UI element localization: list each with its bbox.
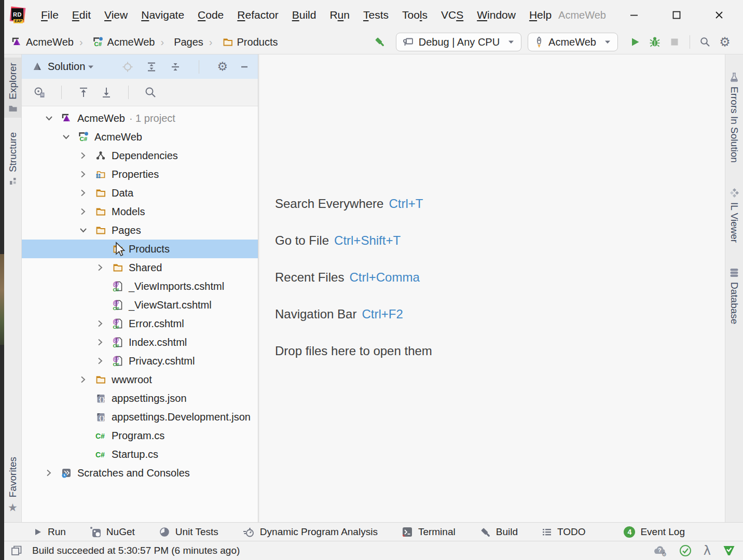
expand-chevron-icon[interactable] xyxy=(78,206,93,217)
expand-chevron-icon[interactable] xyxy=(78,188,93,198)
solution-analysis-icon[interactable] xyxy=(722,544,736,557)
expand-chevron-icon[interactable] xyxy=(95,318,111,329)
breadcrumb-pages[interactable]: Pages xyxy=(155,36,203,48)
hide-panel-icon[interactable] xyxy=(240,63,249,71)
tool-tab-errors-in-solution[interactable]: Errors In Solution xyxy=(725,67,743,168)
tool-tab-structure[interactable]: Structure xyxy=(4,127,21,190)
collapse-chevron-icon[interactable] xyxy=(44,113,59,123)
tree-item-models[interactable]: Models xyxy=(22,202,258,221)
expand-chevron-icon[interactable] xyxy=(78,150,93,161)
tree-item-project[interactable]: AcmeWeb xyxy=(22,128,258,146)
tree-item-scratches[interactable]: Scratches and Consoles xyxy=(22,464,258,482)
menu-view[interactable]: View xyxy=(98,4,134,26)
tool-tab-todo[interactable]: TODO xyxy=(542,526,586,538)
tree-item-appsettings-development[interactable]: appsettings.Development.json xyxy=(22,408,258,426)
tool-tab-explorer[interactable]: Explorer xyxy=(4,58,21,118)
expand-chevron-icon[interactable] xyxy=(95,356,111,366)
tool-tab-nuget[interactable]: NuGet xyxy=(90,526,135,538)
menu-code[interactable]: Code xyxy=(191,4,230,26)
build-solution-button[interactable] xyxy=(370,33,390,51)
inspections-ok-icon[interactable] xyxy=(679,544,692,557)
menu-tests[interactable]: Tests xyxy=(356,4,395,26)
panel-settings-gear-icon[interactable]: ⚙ xyxy=(217,61,228,73)
tool-tab-run[interactable]: Run xyxy=(33,526,66,538)
menu-window[interactable]: Window xyxy=(470,4,522,26)
menu-tools[interactable]: Tools xyxy=(395,4,434,26)
menu-help[interactable]: Help xyxy=(522,4,558,26)
tool-tab-build[interactable]: Build xyxy=(479,526,518,538)
move-up-icon[interactable] xyxy=(77,86,90,99)
tree-item-program[interactable]: Program.cs xyxy=(22,426,258,445)
run-button[interactable] xyxy=(625,33,645,51)
tree-item-startup[interactable]: Startup.cs xyxy=(22,445,258,464)
collapse-chevron-icon[interactable] xyxy=(61,132,76,142)
collapse-chevron-icon[interactable] xyxy=(78,225,93,235)
tool-tab-dynamic-program-analysis[interactable]: Dynamic Program Analysis xyxy=(242,526,378,538)
tool-tab-terminal[interactable]: Terminal xyxy=(402,526,456,538)
menu-run[interactable]: Run xyxy=(323,4,356,26)
svg-text:?: ? xyxy=(658,547,662,553)
nuget-tab-label: NuGet xyxy=(106,526,135,538)
tree-item-products-selected[interactable]: Products xyxy=(22,240,258,258)
menu-refactor[interactable]: Refactor xyxy=(230,4,285,26)
minimize-button[interactable] xyxy=(622,2,646,28)
locate-file-icon[interactable] xyxy=(122,61,133,73)
expand-chevron-icon[interactable] xyxy=(78,374,93,385)
tree-item-label: Program.cs xyxy=(112,430,164,442)
menu-edit[interactable]: Edit xyxy=(65,4,98,26)
expand-chevron-icon[interactable] xyxy=(78,169,93,179)
tree-item-dependencies[interactable]: Dependencies xyxy=(22,146,258,165)
tool-tab-unit-tests[interactable]: Unit Tests xyxy=(159,526,218,538)
csharp-project-icon xyxy=(76,132,91,142)
title-bar: RD EAP File Edit View Navigate Code Refa… xyxy=(4,0,743,30)
shortcut-action: Recent Files xyxy=(275,270,344,285)
tool-tab-database[interactable]: Database xyxy=(725,262,743,329)
tree-item-viewimports[interactable]: _ViewImports.cshtml xyxy=(22,277,258,296)
tree-item-properties[interactable]: Properties xyxy=(22,165,258,184)
panel-search-icon[interactable] xyxy=(144,86,157,99)
collapse-all-icon[interactable] xyxy=(170,61,181,73)
menu-build[interactable]: Build xyxy=(285,4,323,26)
breadcrumb-products[interactable]: Products xyxy=(203,36,278,48)
run-configuration-selector[interactable]: AcmeWeb xyxy=(528,33,618,51)
stop-button[interactable] xyxy=(665,33,684,51)
explorer-tab-label: Explorer xyxy=(7,63,19,100)
solution-icon xyxy=(11,37,22,47)
debug-button[interactable] xyxy=(645,33,665,51)
tree-item-appsettings[interactable]: appsettings.json xyxy=(22,389,258,408)
tree-item-viewstart[interactable]: _ViewStart.cshtml xyxy=(22,296,258,314)
cloud-settings-icon[interactable]: ? ⚙ xyxy=(653,544,667,557)
menu-navigate[interactable]: Navigate xyxy=(134,4,191,26)
tree-item-data[interactable]: Data xyxy=(22,184,258,202)
tool-tab-il-viewer[interactable]: IL Viewer xyxy=(725,183,743,248)
lambda-icon[interactable]: λ xyxy=(704,543,711,558)
expand-chevron-icon[interactable] xyxy=(44,468,59,478)
tree-item-label: Index.cshtml xyxy=(129,337,187,348)
settings-button[interactable]: ⚙ xyxy=(715,33,735,51)
toolwindow-toggle-icon[interactable] xyxy=(10,544,23,557)
expand-chevron-icon[interactable] xyxy=(95,262,111,273)
tree-item-error[interactable]: Error.cshtml xyxy=(22,314,258,333)
tool-tab-favorites[interactable]: Favorites ★ xyxy=(4,452,21,518)
expand-chevron-icon[interactable] xyxy=(95,337,111,347)
tree-item-privacy[interactable]: Privacy.cshtml xyxy=(22,352,258,370)
solution-configuration-selector[interactable]: Debug | Any CPU xyxy=(396,33,521,51)
maximize-button[interactable] xyxy=(664,2,689,28)
panel-view-selector[interactable]: Solution xyxy=(48,61,85,73)
close-button[interactable] xyxy=(707,2,732,28)
breadcrumb-solution[interactable]: AcmeWeb xyxy=(11,36,74,48)
tree-item-pages[interactable]: Pages xyxy=(22,221,258,240)
move-down-icon[interactable] xyxy=(100,86,113,99)
tree-item-wwwroot[interactable]: wwwroot xyxy=(22,370,258,389)
breadcrumb-project[interactable]: AcmeWeb xyxy=(74,36,155,48)
tool-tab-event-log[interactable]: 4 Event Log xyxy=(624,526,685,538)
select-opened-file-icon[interactable] xyxy=(33,86,46,99)
tree-item-index[interactable]: Index.cshtml xyxy=(22,333,258,352)
chevron-down-icon[interactable] xyxy=(87,64,94,69)
menu-vcs[interactable]: VCS xyxy=(434,4,470,26)
expand-all-icon[interactable] xyxy=(146,61,157,73)
menu-file[interactable]: File xyxy=(34,4,65,26)
search-everywhere-button[interactable] xyxy=(695,33,715,51)
tree-item-shared[interactable]: Shared xyxy=(22,258,258,277)
tree-item-solution[interactable]: AcmeWeb · 1 project xyxy=(22,109,258,128)
